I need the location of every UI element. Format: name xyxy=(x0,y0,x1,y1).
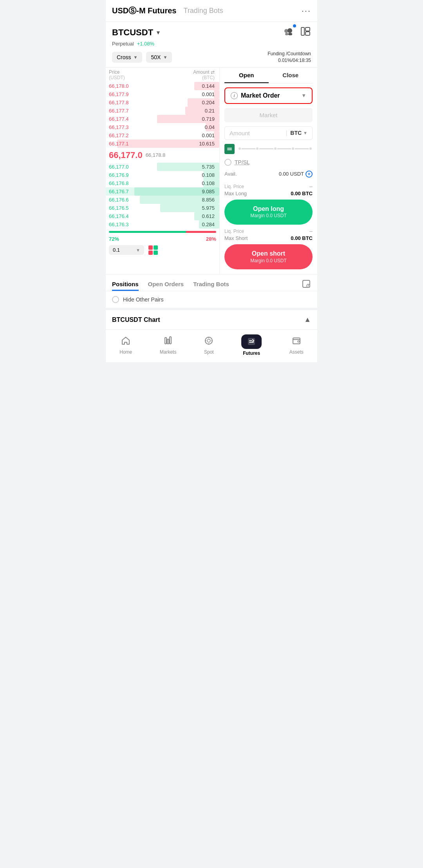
ask-rows: 66,178.0 0.144 66,177.9 0.001 66,177.8 0… xyxy=(106,82,219,148)
cross-dropdown[interactable]: Cross ▼ xyxy=(112,52,142,63)
ob-col2-header: Amount ⇄(BTC) xyxy=(193,69,215,80)
market-order-dropdown-arrow: ▼ xyxy=(301,93,306,98)
ask-bar xyxy=(214,131,220,140)
tab-close[interactable]: Close xyxy=(269,68,313,83)
volume-progress xyxy=(106,229,219,235)
header-action-icons xyxy=(284,26,311,39)
futures-active-bg xyxy=(241,334,262,349)
chart-expand-icon[interactable]: ▲ xyxy=(304,316,311,324)
tab-positions[interactable]: Positions xyxy=(112,278,139,291)
svg-rect-2 xyxy=(285,33,288,35)
nav-assets-label: Assets xyxy=(289,349,304,355)
community-icon[interactable] xyxy=(284,26,295,39)
ask-price: 66,177.7 xyxy=(109,108,129,114)
tab-open[interactable]: Open xyxy=(224,68,269,83)
bid-row[interactable]: 66,176.6 8.856 xyxy=(106,196,219,204)
layout-icon[interactable] xyxy=(300,26,311,39)
svg-rect-7 xyxy=(227,148,232,149)
bid-price: 66,176.3 xyxy=(109,222,129,227)
bid-price: 66,176.8 xyxy=(109,180,129,186)
amount-input-row[interactable]: Amount | BTC ▼ xyxy=(224,126,313,140)
bid-price: 66,176.4 xyxy=(109,213,129,219)
ask-bar xyxy=(185,107,219,115)
avail-row: Avail. 0.00 USDT + xyxy=(224,171,313,178)
long-liq-section: Liq. Price -- Max Long 0.00 BTC xyxy=(224,184,313,196)
market-price-input[interactable]: Market xyxy=(224,108,313,122)
ask-row[interactable]: 66,177.7 0.21 xyxy=(106,107,219,115)
ask-row[interactable]: 66,177.1 10.615 xyxy=(106,140,219,148)
bid-price: 66,176.6 xyxy=(109,197,129,203)
svg-point-17 xyxy=(298,341,299,342)
nav-assets[interactable]: Assets xyxy=(289,336,304,355)
svg-rect-8 xyxy=(227,149,232,150)
bid-row[interactable]: 66,177.0 5.735 xyxy=(106,163,219,171)
tab-open-orders[interactable]: Open Orders xyxy=(148,278,184,291)
bid-price: 66,177.0 xyxy=(109,164,129,170)
svg-rect-5 xyxy=(306,27,310,31)
pair-selector[interactable]: BTCUSDT ▼ xyxy=(112,27,161,38)
order-book: Price(USDT) Amount ⇄(BTC) 66,178.0 0.144… xyxy=(106,68,219,274)
ask-price: 66,177.8 xyxy=(109,100,129,105)
short-liq-price-value: -- xyxy=(309,229,313,234)
max-short-value: 0.00 BTC xyxy=(291,235,313,241)
ask-bar xyxy=(157,115,220,123)
ask-row[interactable]: 66,177.2 0.001 xyxy=(106,131,219,140)
bid-bar xyxy=(203,171,219,179)
ask-price: 66,177.4 xyxy=(109,116,129,122)
svg-rect-15 xyxy=(248,338,255,345)
history-icon[interactable] xyxy=(302,279,311,291)
cross-dropdown-arrow: ▼ xyxy=(134,55,138,60)
open-short-button[interactable]: Open short Margin 0.0 USDT xyxy=(224,244,313,269)
nav-markets-label: Markets xyxy=(160,349,177,355)
tpsl-row[interactable]: TP/SL xyxy=(224,159,313,166)
ask-row[interactable]: 66,177.3 0.04 xyxy=(106,123,219,131)
amount-slider[interactable] xyxy=(224,144,313,154)
tab-trading-bots[interactable]: Trading Bots xyxy=(193,278,229,291)
bid-row[interactable]: 66,176.5 5.975 xyxy=(106,204,219,212)
svg-rect-6 xyxy=(306,32,310,35)
bid-price: 66,176.9 xyxy=(109,172,129,178)
long-liq-price-label: Liq. Price xyxy=(224,184,244,189)
svg-rect-4 xyxy=(301,27,304,35)
btc-currency-dropdown[interactable]: BTC ▼ xyxy=(290,130,307,136)
bid-row[interactable]: 66,176.7 9.085 xyxy=(106,187,219,196)
ask-row[interactable]: 66,177.4 0.719 xyxy=(106,115,219,123)
page-title-main: USDⓈ-M Futures xyxy=(112,5,176,16)
trading-panel: Open Close i Market Order ▼ Market Amoun… xyxy=(219,68,317,274)
svg-rect-3 xyxy=(288,33,292,35)
nav-futures[interactable]: Futures xyxy=(241,334,262,356)
leverage-dropdown[interactable]: 50X ▼ xyxy=(146,52,172,63)
chart-section-label: BTCUSDT Chart xyxy=(112,316,160,323)
bid-volume-bar xyxy=(109,231,186,233)
ask-row[interactable]: 66,177.9 0.001 xyxy=(106,90,219,98)
bid-bar xyxy=(203,179,219,187)
bid-price: 66,176.7 xyxy=(109,189,129,194)
markets-icon xyxy=(163,336,173,348)
bid-row[interactable]: 66,176.9 0.108 xyxy=(106,171,219,179)
size-dropdown-arrow: ▼ xyxy=(136,248,140,252)
market-order-selector[interactable]: i Market Order ▼ xyxy=(224,87,313,104)
ask-row[interactable]: 66,178.0 0.144 xyxy=(106,82,219,90)
size-input[interactable]: 0.1 ▼ xyxy=(109,245,144,255)
ask-amount: 0.001 xyxy=(202,91,215,97)
bid-row[interactable]: 66,176.8 0.108 xyxy=(106,179,219,187)
open-long-button[interactable]: Open long Margin 0.0 USDT xyxy=(224,200,313,225)
pair-name-label: BTCUSDT xyxy=(112,27,153,38)
btcusdt-chart-section[interactable]: BTCUSDT Chart ▲ xyxy=(106,308,317,329)
nav-home[interactable]: Home xyxy=(119,336,132,355)
header: USDⓈ-M Futures Trading Bots ··· xyxy=(106,0,317,22)
slider-track[interactable] xyxy=(238,148,313,149)
nav-markets[interactable]: Markets xyxy=(160,336,177,355)
add-funds-button[interactable]: + xyxy=(306,171,313,178)
hide-pairs-toggle[interactable] xyxy=(112,296,119,303)
ask-row[interactable]: 66,177.8 0.204 xyxy=(106,98,219,107)
tpsl-radio[interactable] xyxy=(224,159,231,166)
nav-spot[interactable]: Spot xyxy=(204,336,214,355)
bid-row[interactable]: 66,176.3 0.284 xyxy=(106,220,219,229)
grid-view-icon[interactable] xyxy=(147,244,159,256)
long-liq-price-value: -- xyxy=(309,184,313,189)
btc-dropdown-arrow: ▼ xyxy=(303,131,307,135)
market-order-info-icon[interactable]: i xyxy=(231,92,238,99)
bid-row[interactable]: 66,176.4 0.612 xyxy=(106,212,219,220)
more-options-button[interactable]: ··· xyxy=(302,6,311,16)
